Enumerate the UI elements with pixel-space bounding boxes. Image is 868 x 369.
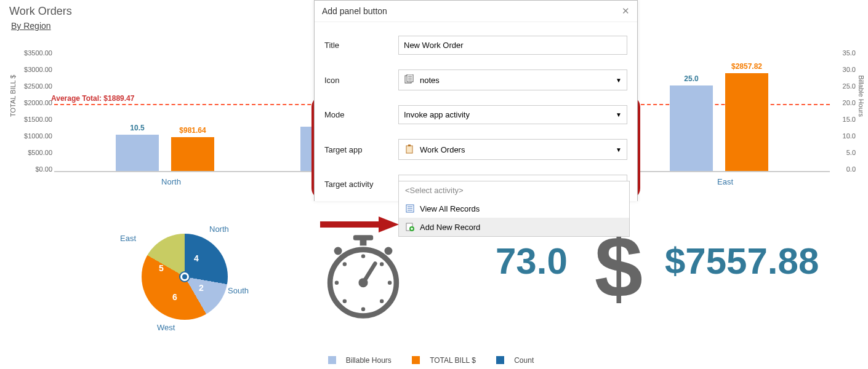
pie-slice-west-count: 6 [172, 292, 177, 302]
pie-slice-east-count: 5 [159, 263, 164, 273]
target-activity-label: Target activity [324, 180, 398, 189]
icon-label: Icon [324, 76, 398, 85]
bar-north-hours[interactable]: 10.5 [116, 135, 159, 171]
svg-point-2 [334, 247, 342, 255]
left-axis-ticks: $3500.00$3000.00 $2500.00$2000.00 $1500.… [18, 49, 52, 182]
svg-marker-32 [379, 216, 399, 232]
svg-point-12 [380, 300, 384, 303]
svg-point-6 [361, 308, 365, 311]
target-activity-dropdown: <Select activity> View All Records Add N… [398, 181, 630, 237]
add-panel-button-modal: Add panel button ✕ Title Icon notes ▼ Mo… [314, 0, 638, 201]
category-east: East [664, 177, 787, 186]
pie-slice-south-count: 2 [199, 283, 204, 293]
kpi-hours-value: 73.0 [496, 240, 568, 282]
chevron-down-icon: ▼ [616, 77, 622, 84]
svg-rect-22 [408, 145, 411, 146]
pie-slice-north-count: 4 [194, 253, 199, 263]
title-input[interactable] [398, 36, 627, 55]
dropdown-option-view-all[interactable]: View All Records [399, 199, 629, 218]
right-axis-ticks: 35.030.0 25.020.0 15.010.0 5.00.0 [831, 49, 856, 182]
svg-point-7 [335, 280, 339, 284]
pie-center-dot [180, 272, 189, 281]
pie-label-south: South [228, 286, 249, 295]
right-axis-label: Billable Hours [858, 75, 865, 117]
mode-select[interactable]: Invoke app activity ▼ [398, 105, 627, 124]
icon-select[interactable]: notes ▼ [398, 69, 627, 90]
svg-point-5 [361, 254, 365, 258]
bar-east-hours[interactable]: 25.0 [670, 85, 713, 171]
svg-rect-21 [406, 146, 412, 153]
svg-rect-1 [360, 239, 367, 246]
svg-line-14 [363, 263, 375, 282]
target-app-label: Target app [324, 145, 398, 154]
legend-item-count[interactable]: Count [496, 356, 540, 365]
legend-item-hours[interactable]: Billable Hours [328, 356, 398, 365]
dropdown-option-placeholder[interactable]: <Select activity> [399, 181, 629, 199]
pie-label-east: East [120, 234, 136, 243]
list-icon [405, 204, 415, 213]
modal-title: Add panel button [322, 6, 387, 16]
left-axis-label: TOTAL BILL $ [9, 75, 17, 117]
svg-text:$: $ [595, 231, 643, 311]
bar-east-bill[interactable]: $2857.82 [725, 73, 768, 171]
pie-chart-area: 4 2 6 5 North South West East [108, 221, 262, 351]
svg-point-9 [343, 262, 347, 266]
stopwatch-icon [323, 234, 403, 322]
kpi-dollar-value: $7557.88 [665, 240, 819, 282]
average-line-label: Average Total: $1889.47 [51, 94, 134, 103]
svg-point-3 [384, 247, 392, 255]
target-app-select[interactable]: Work Orders ▼ [398, 139, 627, 160]
pie-label-west: West [157, 323, 175, 332]
pie-label-north: North [209, 224, 229, 234]
chevron-down-icon: ▼ [616, 111, 622, 118]
pie-chart[interactable]: 4 2 6 5 [142, 234, 228, 320]
dropdown-option-add-new[interactable]: Add New Record [399, 218, 629, 236]
arrow-annotation [320, 215, 400, 236]
svg-point-11 [343, 300, 347, 303]
add-record-icon [405, 222, 415, 232]
title-label: Title [324, 41, 398, 50]
bar-north-bill[interactable]: $981.64 [171, 137, 214, 171]
close-icon[interactable]: ✕ [622, 6, 630, 17]
notes-icon [404, 74, 415, 85]
mode-label: Mode [324, 110, 398, 119]
category-north: North [110, 177, 233, 186]
chevron-down-icon: ▼ [616, 146, 622, 153]
svg-point-10 [380, 262, 384, 266]
dollar-icon: $ [588, 231, 649, 313]
clipboard-icon [404, 144, 415, 155]
svg-point-8 [388, 280, 392, 284]
legend-item-bill[interactable]: TOTAL BILL $ [412, 356, 482, 365]
chart-legend: Billable Hours TOTAL BILL $ Count [0, 356, 868, 367]
